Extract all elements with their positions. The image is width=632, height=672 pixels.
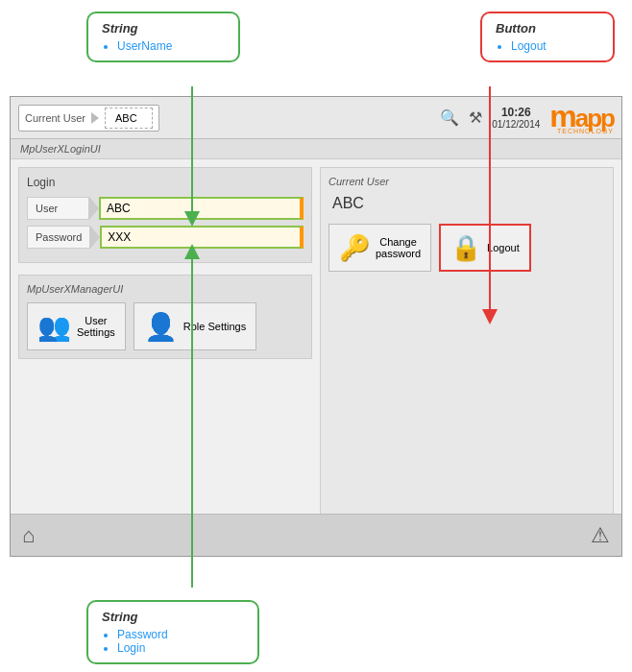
- mapp-tech-label: TECHNOLOGY: [549, 128, 614, 134]
- password-field-row: Password: [27, 226, 304, 249]
- header-bar: Current User ABC 🔍 ⚒ 10:26 01/12/2014 ma…: [11, 97, 621, 139]
- manager-section: MpUserXManagerUI 👥 User Settings 👤 Role …: [18, 275, 312, 359]
- current-user-name: ABC: [332, 195, 605, 212]
- search-icon[interactable]: 🔍: [440, 108, 459, 127]
- role-settings-icon: 👤: [144, 311, 178, 343]
- role-settings-button[interactable]: 👤 Role Settings: [134, 302, 256, 350]
- annotation-items: UserName: [102, 39, 225, 53]
- content-area: Login User Password MpUserXManagerUI: [11, 159, 621, 534]
- time-display: 10:26: [492, 106, 540, 119]
- login-section: Login User Password: [18, 167, 312, 263]
- mapp-logo: mapp TECHNOLOGY: [549, 101, 614, 134]
- settings-icon[interactable]: ⚒: [469, 108, 482, 127]
- user-field-row: User: [27, 197, 304, 220]
- annotation-string-password-login: String Password Login: [86, 600, 259, 664]
- logout-label: Logout: [487, 242, 520, 253]
- left-panel: Login User Password MpUserXManagerUI: [18, 167, 312, 526]
- user-field-input[interactable]: [99, 197, 304, 220]
- panel-title: MpUserXLoginUI: [11, 139, 621, 159]
- user-field-arrow: [89, 197, 99, 220]
- user-settings-icon: 👥: [37, 311, 71, 343]
- change-password-label: Change password: [376, 236, 421, 259]
- annotation-item: UserName: [117, 39, 225, 53]
- annotation-button-logout: Button Logout: [480, 12, 615, 62]
- current-user-section: Current User ABC 🔑 Change password 🔒 Log…: [320, 167, 614, 526]
- user-field-label: User: [27, 197, 89, 220]
- annotation-string-username: String UserName: [86, 12, 240, 62]
- home-icon[interactable]: ⌂: [22, 523, 35, 548]
- main-ui-panel: Current User ABC 🔍 ⚒ 10:26 01/12/2014 ma…: [10, 96, 622, 557]
- annotation-item-right: Logout: [511, 39, 599, 53]
- date-display: 01/12/2014: [492, 119, 540, 130]
- header-time: 10:26 01/12/2014: [492, 106, 540, 130]
- login-section-title: Login: [27, 176, 304, 189]
- manager-section-title: MpUserXManagerUI: [27, 283, 304, 295]
- header-icons: 🔍 ⚒: [440, 108, 482, 127]
- current-user-header-label: Current User: [25, 112, 85, 124]
- manager-buttons: 👥 User Settings 👤 Role Settings: [27, 302, 304, 350]
- change-password-button[interactable]: 🔑 Change password: [328, 224, 431, 272]
- warning-icon[interactable]: ⚠: [591, 523, 610, 548]
- user-settings-button[interactable]: 👥 User Settings: [27, 302, 126, 350]
- bottom-bar: ⌂ ⚠: [11, 514, 621, 556]
- annotation-items-right: Logout: [496, 39, 599, 53]
- annotation-items-bottom: Password Login: [102, 628, 244, 655]
- user-settings-label: User Settings: [77, 315, 115, 338]
- annotation-item-bottom-1: Login: [117, 641, 244, 655]
- user-action-buttons: 🔑 Change password 🔒 Logout: [328, 224, 605, 272]
- password-field-arrow: [90, 226, 100, 249]
- annotation-type-label-bottom: String: [102, 610, 244, 624]
- annotation-item-bottom-0: Password: [117, 628, 244, 641]
- change-password-icon: 🔑: [339, 233, 370, 263]
- logout-icon: 🔒: [450, 233, 481, 263]
- password-field-input[interactable]: [100, 226, 304, 249]
- annotation-type-label: String: [102, 21, 225, 36]
- logout-button[interactable]: 🔒 Logout: [439, 224, 531, 272]
- header-user-value: ABC: [105, 108, 153, 129]
- header-user-badge: Current User ABC: [18, 105, 159, 132]
- password-field-label: Password: [27, 226, 90, 249]
- role-settings-label: Role Settings: [183, 321, 246, 332]
- current-user-section-title: Current User: [328, 176, 605, 187]
- annotation-type-label-right: Button: [496, 21, 599, 36]
- arrow-right-icon: [91, 112, 99, 124]
- right-panel: Current User ABC 🔑 Change password 🔒 Log…: [320, 167, 614, 526]
